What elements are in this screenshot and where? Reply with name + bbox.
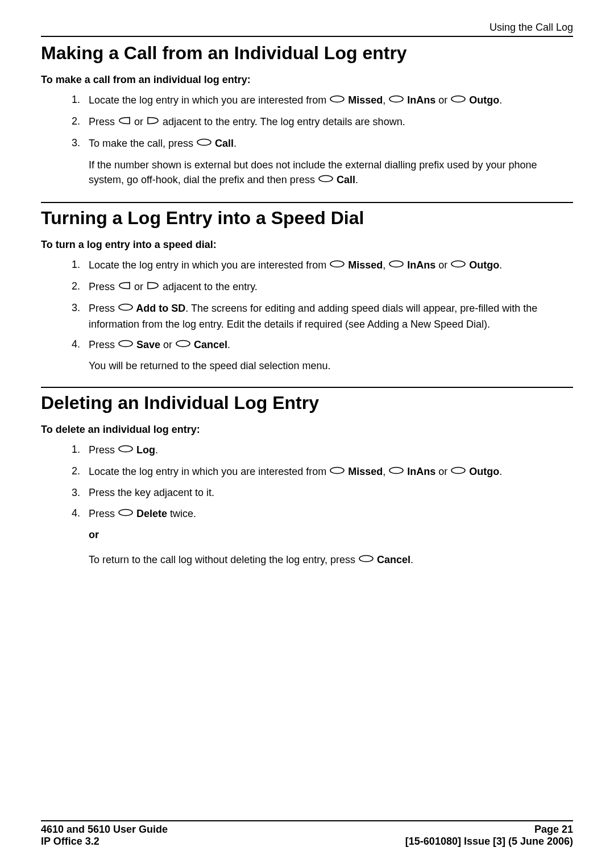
header-context: Using the Call Log xyxy=(489,22,573,33)
right-half-icon xyxy=(147,114,159,129)
section1-title: Making a Call from an Individual Log ent… xyxy=(41,43,573,64)
lozenge-icon xyxy=(118,337,133,352)
svg-point-8 xyxy=(119,304,132,311)
s2-step3: 3. Press Add to SD. The screens for edit… xyxy=(72,301,573,331)
svg-point-11 xyxy=(119,446,132,452)
s3-or: or xyxy=(89,528,573,542)
section2-list: 1. Locate the log entry in which you are… xyxy=(72,258,573,353)
s2-step2: 2. Press or adjacent to the entry. xyxy=(72,279,573,295)
s1-step2: 2. Press or adjacent to the entry. The l… xyxy=(72,114,573,130)
footer-right: Page 21 [15-601080] Issue [3] (5 June 20… xyxy=(405,824,573,848)
svg-point-13 xyxy=(389,468,403,474)
s1-step3: 3. To make the call, press Call. xyxy=(72,136,573,152)
s1-step1: 1. Locate the log entry in which you are… xyxy=(72,93,573,109)
section3-title: Deleting an Individual Log Entry xyxy=(41,392,573,414)
lozenge-icon xyxy=(359,552,374,567)
s2-note: You will be returned to the speed dial s… xyxy=(89,359,573,373)
lozenge-icon xyxy=(318,172,333,187)
section3-list: 1. Press Log. 2. Locate the log entry in… xyxy=(72,443,573,522)
left-half-icon xyxy=(118,114,131,129)
svg-point-5 xyxy=(330,261,344,267)
s3-step3: 3. Press the key adjacent to it. xyxy=(72,486,573,500)
page-footer: 4610 and 5610 User Guide IP Office 3.2 P… xyxy=(41,820,573,848)
footer-left: 4610 and 5610 User Guide IP Office 3.2 xyxy=(41,824,168,848)
svg-point-3 xyxy=(197,139,211,146)
svg-point-10 xyxy=(176,340,190,346)
s3-step1: 1. Press Log. xyxy=(72,443,573,458)
s1-note: If the number shown is external but does… xyxy=(89,158,573,188)
section1-list: 1. Locate the log entry in which you are… xyxy=(72,93,573,152)
svg-point-14 xyxy=(451,468,465,474)
footer-product: IP Office 3.2 xyxy=(41,836,168,848)
svg-point-0 xyxy=(330,96,344,102)
svg-point-4 xyxy=(319,175,333,181)
svg-point-12 xyxy=(330,468,344,474)
svg-point-1 xyxy=(389,96,403,102)
lozenge-icon xyxy=(451,464,466,478)
lozenge-icon xyxy=(176,337,190,352)
svg-point-9 xyxy=(119,340,132,346)
footer-guide-title: 4610 and 5610 User Guide xyxy=(41,824,168,836)
section1-intro: To make a call from an individual log en… xyxy=(41,74,573,86)
lozenge-icon xyxy=(118,506,133,520)
lozenge-icon xyxy=(451,93,466,107)
lozenge-icon xyxy=(118,301,133,315)
left-half-icon xyxy=(118,279,131,294)
svg-point-6 xyxy=(389,261,403,267)
right-half-icon xyxy=(147,279,159,294)
svg-point-7 xyxy=(451,261,465,267)
s2-step4: 4. Press Save or Cancel. xyxy=(72,337,573,353)
section3-intro: To delete an individual log entry: xyxy=(41,424,573,436)
lozenge-icon xyxy=(330,464,345,478)
svg-point-16 xyxy=(359,556,373,562)
lozenge-icon xyxy=(330,93,345,107)
section2-title: Turning a Log Entry into a Speed Dial xyxy=(41,208,573,229)
section2-intro: To turn a log entry into a speed dial: xyxy=(41,239,573,251)
svg-point-15 xyxy=(119,509,132,515)
svg-point-2 xyxy=(451,96,465,102)
lozenge-icon xyxy=(389,464,404,478)
lozenge-icon xyxy=(197,136,211,150)
s2-step1: 1. Locate the log entry in which you are… xyxy=(72,258,573,274)
lozenge-icon xyxy=(118,443,133,457)
lozenge-icon xyxy=(451,258,466,272)
footer-page-number: Page 21 xyxy=(405,824,573,836)
lozenge-icon xyxy=(389,93,404,107)
page-header: Using the Call Log xyxy=(41,22,573,37)
divider xyxy=(41,202,573,203)
s3-step4: 4. Press Delete twice. xyxy=(72,506,573,522)
lozenge-icon xyxy=(389,258,404,272)
footer-issue: [15-601080] Issue [3] (5 June 2006) xyxy=(405,836,573,848)
lozenge-icon xyxy=(330,258,345,272)
divider xyxy=(41,387,573,388)
s3-step2: 2. Locate the log entry in which you are… xyxy=(72,464,573,480)
s3-note: To return to the call log without deleti… xyxy=(89,552,573,568)
